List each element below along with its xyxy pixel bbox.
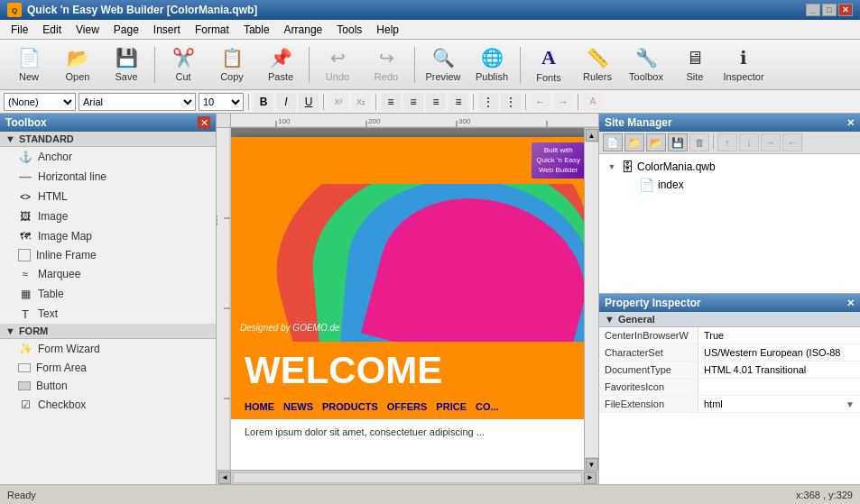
form-wizard-icon: ✨ (18, 342, 32, 356)
cut-button[interactable]: ✂️ Cut (160, 42, 207, 87)
align-left-button[interactable]: ≡ (381, 93, 401, 111)
image-label: Image (38, 210, 68, 223)
align-right-button[interactable]: ≡ (426, 93, 446, 111)
minimize-button[interactable]: _ (806, 4, 820, 16)
prop-dropdown-icon[interactable]: ▼ (846, 399, 855, 409)
scroll-right-button[interactable]: ► (584, 472, 596, 484)
nav-offers[interactable]: OFFERS (387, 401, 428, 412)
site-button[interactable]: 🖥 Site (671, 42, 718, 87)
menu-format[interactable]: Format (188, 22, 236, 38)
ruler-vertical: 200 (217, 128, 231, 470)
copy-button[interactable]: 📋 Copy (208, 42, 255, 87)
site-tb-down[interactable]: ↓ (739, 133, 759, 151)
font-color-button[interactable]: A (583, 93, 603, 111)
list-ordered-button[interactable]: ⋮ (478, 93, 498, 111)
bold-button[interactable]: B (254, 93, 273, 111)
tree-index-item[interactable]: 📄 index (621, 176, 856, 194)
site-tb-open[interactable]: 📂 (646, 133, 666, 151)
site-tb-up[interactable]: ↑ (717, 133, 737, 151)
scroll-up-button[interactable]: ▲ (586, 129, 598, 142)
toolbox-image-map[interactable]: 🗺 Image Map (0, 226, 216, 246)
site-manager-close[interactable]: ✕ (846, 117, 855, 129)
superscript-button[interactable]: X² (328, 93, 348, 111)
scroll-left-button[interactable]: ◄ (218, 472, 231, 484)
undo-button[interactable]: ↩ Undo (314, 42, 361, 87)
menu-page[interactable]: Page (106, 22, 146, 38)
inspector-button[interactable]: ℹ Inspector (720, 42, 767, 87)
nav-news[interactable]: NEWS (283, 401, 313, 412)
redo-button[interactable]: ↪ Redo (363, 42, 410, 87)
menu-edit[interactable]: Edit (35, 22, 69, 38)
toolbox-html[interactable]: <> HTML (0, 187, 216, 206)
table-icon: ▦ (18, 287, 32, 301)
toolbox-section-form[interactable]: ▼ FORM (0, 324, 216, 339)
underline-button[interactable]: U (299, 93, 319, 111)
toolbox-close-button[interactable]: ✕ (198, 116, 210, 129)
subscript-button[interactable]: X₂ (351, 93, 371, 111)
prop-name-charset: CharacterSet (599, 344, 698, 361)
format-sep-4 (473, 94, 474, 110)
prop-name-fileext: FileExtension (599, 396, 698, 412)
lorem-text: Lorem ipsum dolor sit amet, consectetuer… (245, 426, 485, 437)
prop-section-general[interactable]: ▼ General (599, 312, 860, 327)
maximize-button[interactable]: □ (822, 4, 837, 16)
menu-table[interactable]: Table (236, 22, 277, 38)
align-justify-button[interactable]: ≡ (448, 93, 468, 111)
style-select[interactable]: (None) (4, 93, 76, 111)
toolbox-form-wizard[interactable]: ✨ Form Wizard (0, 339, 216, 359)
tree-root-item[interactable]: ▼ 🗄 ColorMania.qwb (603, 158, 856, 176)
site-tb-forward[interactable]: → (761, 133, 781, 151)
toolbox-button[interactable]: Button (0, 377, 216, 395)
toolbox-form-area[interactable]: Form Area (0, 359, 216, 377)
font-select[interactable]: Arial (79, 93, 196, 111)
scroll-down-button[interactable]: ▼ (586, 458, 598, 470)
indent-increase-button[interactable]: → (553, 93, 573, 111)
menu-file[interactable]: File (4, 22, 35, 38)
toolbox-table[interactable]: ▦ Table (0, 284, 216, 304)
toolbox-text[interactable]: T Text (0, 304, 216, 324)
nav-home[interactable]: HOME (245, 401, 274, 412)
size-select[interactable]: 10 (199, 93, 244, 111)
prop-general-collapse: ▼ (605, 314, 615, 325)
nav-price[interactable]: PRICE (436, 401, 467, 412)
site-tb-new[interactable]: 📄 (603, 133, 623, 151)
rulers-button[interactable]: 📏 Rulers (574, 42, 621, 87)
toolbox-button[interactable]: 🔧 Toolbox (623, 42, 670, 87)
prop-value-charset: US/Western European (ISO-88 (698, 344, 860, 361)
site-tb-folder[interactable]: 📁 (624, 133, 644, 151)
prop-inspector-close[interactable]: ✕ (846, 298, 855, 309)
new-button[interactable]: 📄 New (5, 42, 52, 87)
toolbox-horizontal-line[interactable]: — Horizontal line (0, 167, 216, 187)
nav-products[interactable]: PRODUCTS (322, 401, 378, 412)
menu-tools[interactable]: Tools (329, 22, 369, 38)
toolbox-inline-frame[interactable]: Inline Frame (0, 246, 216, 264)
align-center-button[interactable]: ≡ (403, 93, 423, 111)
toolbox-anchor[interactable]: ⚓ Anchor (0, 147, 216, 167)
scroll-thumb[interactable] (233, 472, 582, 483)
save-button[interactable]: 💾 Save (103, 42, 150, 87)
close-button[interactable]: ✕ (838, 4, 853, 16)
toolbox-section-standard[interactable]: ▼ STANDARD (0, 132, 216, 147)
italic-button[interactable]: I (276, 93, 296, 111)
site-tb-delete[interactable]: 🗑 (689, 133, 709, 151)
toolbox-image[interactable]: 🖼 Image (0, 206, 216, 226)
menu-insert[interactable]: Insert (146, 22, 188, 38)
toolbox-marquee[interactable]: ≈ Marquee (0, 264, 216, 284)
canvas-scroll-area[interactable]: Built withQuick 'n EasyWeb Builder Desig… (231, 128, 584, 470)
publish-button[interactable]: 🌐 Publish (468, 42, 515, 87)
list-unordered-button[interactable]: ⋮ (501, 93, 521, 111)
preview-button[interactable]: 🔍 Preview (420, 42, 467, 87)
paste-button[interactable]: 📌 Paste (257, 42, 304, 87)
indent-decrease-button[interactable]: ← (531, 93, 550, 111)
menu-arrange[interactable]: Arrange (277, 22, 330, 38)
preview-label: Preview (425, 71, 460, 82)
site-tb-save[interactable]: 💾 (668, 133, 688, 151)
site-tb-back[interactable]: ← (782, 133, 802, 151)
fonts-button[interactable]: A Fonts (525, 42, 572, 87)
menu-help[interactable]: Help (369, 22, 406, 38)
menu-view[interactable]: View (69, 22, 106, 38)
open-button[interactable]: 📂 Open (54, 42, 101, 87)
undo-label: Undo (326, 71, 349, 82)
nav-more[interactable]: CO... (476, 401, 499, 412)
toolbox-checkbox[interactable]: ☑ Checkbox (0, 395, 216, 415)
